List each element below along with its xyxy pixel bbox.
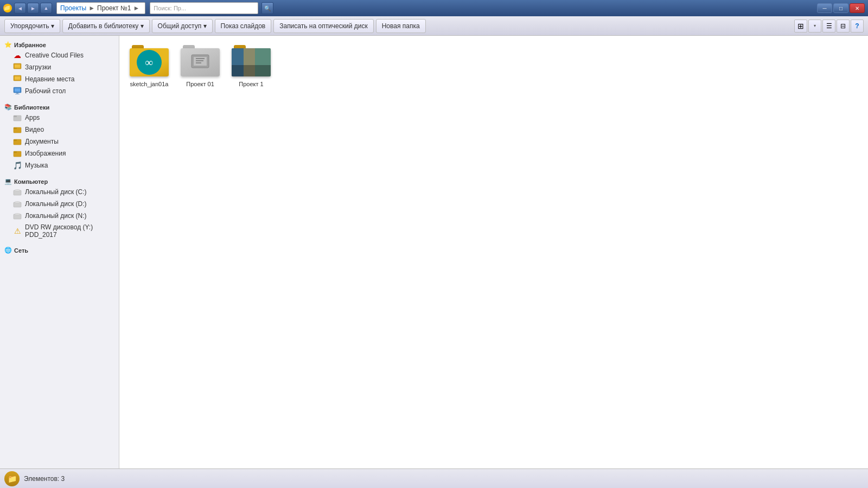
sidebar: ⭐ Избранное ☁ Creative Cloud Files Загру… [0,36,119,468]
computer-icon: 💻 [4,178,12,185]
music-label: Музыка [25,162,48,169]
drive-d-label: Локальный диск (D:) [25,200,87,208]
drive-n-icon [13,211,22,220]
title-bar: 📁 ◄ ► ▲ Проекты ► Проект №1 ► Поиск: Пр.… [0,0,868,16]
breadcrumb-arrow: ► [133,4,139,12]
sidebar-item-creative-cloud[interactable]: ☁ Creative Cloud Files [0,49,119,61]
forward-button[interactable]: ► [27,3,39,14]
file-item-project01[interactable]: Проект 01 [176,41,225,91]
photo-preview [232,48,271,76]
back-button[interactable]: ◄ [14,3,26,14]
drive-c-label: Локальный диск (C:) [25,188,87,196]
file-area: ∞ sketch_jan01a [119,36,868,468]
sidebar-item-downloads[interactable]: Загрузки [0,61,119,73]
burn-label: Записать на оптический диск [279,22,368,30]
svg-rect-31 [237,53,247,60]
file-icon-project1 [232,44,271,79]
folder-body-photo [232,48,271,76]
sidebar-item-apps[interactable]: Apps [0,112,119,124]
sidebar-item-recent[interactable]: Недавние места [0,73,119,85]
help-button[interactable]: ? [851,20,864,33]
file-item-project1[interactable]: Проект 1 [227,41,276,91]
search-box[interactable]: Поиск: Пр... [150,2,258,14]
sidebar-item-images[interactable]: Изображения [0,147,119,159]
window-controls: ─ □ ✕ [817,3,865,13]
burn-button[interactable]: Записать на оптический диск [273,19,374,33]
file-item-sketch[interactable]: ∞ sketch_jan01a [125,41,174,91]
svg-point-21 [15,214,20,215]
creative-cloud-icon: ☁ [13,51,22,60]
apps-folder-icon [13,113,22,122]
sidebar-item-video[interactable]: Видео [0,124,119,136]
view-details-button[interactable]: ☰ [822,20,835,33]
svg-rect-5 [15,88,20,92]
svg-rect-6 [16,93,18,94]
svg-rect-35 [232,65,248,76]
view-chevron-button[interactable]: ▾ [808,20,821,33]
slideshow-label: Показ слайдов [221,22,266,30]
folder-body-gray [181,48,220,76]
maximize-button[interactable]: □ [833,3,848,13]
drive-n-label: Локальный диск (N:) [25,212,87,220]
recent-icon [13,75,22,84]
search-button[interactable]: 🔍 [261,2,273,14]
add-library-label: Добавить в библиотеку ▾ [68,22,144,30]
svg-rect-13 [14,139,17,141]
libraries-header: 📚 Библиотеки [0,100,119,112]
sidebar-item-music[interactable]: 🎵 Музыка [0,159,119,171]
creative-cloud-label: Creative Cloud Files [25,52,84,59]
images-folder-icon [13,149,22,158]
computer-header: 💻 Компьютер [0,175,119,186]
star-icon: ⭐ [4,41,12,48]
svg-rect-7 [15,94,20,94]
close-button[interactable]: ✕ [850,3,865,13]
documents-label: Документы [25,138,59,145]
video-label: Видео [25,126,44,133]
organize-label: Упорядочить ▾ [10,22,54,30]
svg-rect-30 [258,48,271,76]
add-library-button[interactable]: Добавить в библиотеку ▾ [62,19,150,33]
arduino-symbol: ∞ [137,50,162,75]
svg-point-19 [15,202,20,203]
sidebar-item-drive-c[interactable]: Локальный диск (C:) [0,186,119,198]
status-folder-icon: 📁 [4,471,20,486]
slideshow-button[interactable]: Показ слайдов [215,19,272,33]
view-preview-button[interactable]: ⊟ [837,20,850,33]
share-button[interactable]: Общий доступ ▾ [152,19,213,33]
file-icon-project01 [181,44,220,79]
svg-rect-15 [14,151,17,153]
title-bar-left: 📁 ◄ ► ▲ Проекты ► Проект №1 ► Поиск: Пр.… [3,2,273,14]
breadcrumb[interactable]: Проекты ► Проект №1 ► [56,2,145,14]
svg-rect-29 [245,48,258,76]
file-label-sketch: sketch_jan01a [130,80,169,88]
svg-rect-36 [233,66,247,75]
search-placeholder: Поиск: Пр... [154,5,186,11]
breadcrumb-current: Проект №1 [97,4,131,12]
sidebar-item-desktop[interactable]: Рабочий стол [0,85,119,97]
new-folder-button[interactable]: Новая папка [376,19,426,33]
sidebar-item-dvd[interactable]: ⚠ DVD RW дисковод (Y:) PDD_2017 [0,222,119,240]
apps-label: Apps [25,114,40,121]
sidebar-item-drive-n[interactable]: Локальный диск (N:) [0,210,119,222]
minimize-button[interactable]: ─ [817,3,832,13]
svg-rect-25 [196,60,203,61]
sidebar-item-documents[interactable]: Документы [0,136,119,147]
images-label: Изображения [25,150,66,157]
organize-button[interactable]: Упорядочить ▾ [4,19,60,33]
svg-rect-33 [251,54,263,69]
sidebar-item-drive-d[interactable]: Локальный диск (D:) [0,198,119,210]
svg-rect-32 [238,54,246,59]
network-icon: 🌐 [4,247,12,254]
up-button[interactable]: ▲ [40,3,52,14]
status-bar: 📁 Элементов: 3 [0,468,868,488]
library-icon: 📚 [4,104,12,111]
recent-label: Недавние места [25,75,74,83]
dvd-label: DVD RW дисковод (Y:) PDD_2017 [25,223,114,239]
new-folder-label: Новая папка [382,22,420,30]
file-icon-arduino: ∞ [130,44,169,79]
window-icon: 📁 [3,4,12,12]
toolbar: Упорядочить ▾ Добавить в библиотеку ▾ Об… [0,16,868,36]
downloads-label: Загрузки [25,63,51,71]
view-large-icon-button[interactable]: ⊞ [794,20,807,33]
video-folder-icon [13,125,22,134]
